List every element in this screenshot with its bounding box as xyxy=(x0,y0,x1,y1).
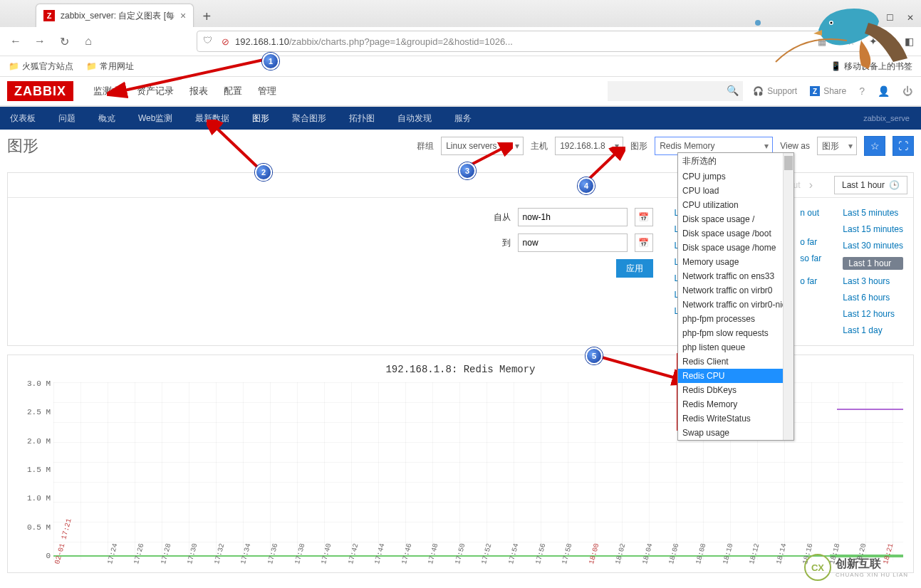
dropdown-option[interactable]: Network traffic on ens33 xyxy=(678,269,793,283)
dropdown-option[interactable]: Redis Client xyxy=(678,355,793,369)
sub-nav-item[interactable]: 自动发现 xyxy=(393,108,436,129)
bookmark-mobile[interactable]: 📱移动设备上的书签 xyxy=(831,61,912,73)
server-label: zabbix_serve xyxy=(863,114,910,122)
time-preset-link[interactable]: Last 3 hours xyxy=(843,276,903,286)
window-maximize-icon[interactable]: ☐ xyxy=(886,13,894,23)
sub-nav-item[interactable]: Web监测 xyxy=(134,108,177,129)
browser-back-button[interactable]: ← xyxy=(7,33,24,50)
to-label: 到 xyxy=(502,237,511,249)
dropdown-option[interactable]: php-fpm slow requests xyxy=(678,326,793,340)
group-label: 群组 xyxy=(417,140,434,152)
time-preset-link[interactable]: Last 30 minutes xyxy=(843,241,903,251)
sub-nav-item[interactable]: 最新数据 xyxy=(191,108,234,129)
share-link[interactable]: ZShare xyxy=(810,86,846,96)
group-select[interactable]: Linux servers xyxy=(441,137,524,155)
dropdown-option[interactable]: Redis Memory xyxy=(678,397,793,411)
url-input[interactable]: 🛡 ⊘ 192.168.1.10/zabbix/charts.php?page=… xyxy=(197,31,862,52)
graph-select-dropdown[interactable]: 非所选的CPU jumpsCPU loadCPU utilizationDisk… xyxy=(677,152,794,441)
graph-label: 图形 xyxy=(630,140,647,152)
sub-nav-item[interactable]: 拓扑图 xyxy=(345,108,379,129)
page-title: 图形 xyxy=(7,135,38,157)
time-preset-link[interactable]: Last 1 day xyxy=(843,325,903,335)
dropdown-option[interactable]: Redis DbKeys xyxy=(678,383,793,397)
dropdown-scrollbar[interactable] xyxy=(783,153,793,440)
time-preset-link[interactable]: Last 15 minutes xyxy=(843,224,903,234)
viewas-label: View as xyxy=(780,141,810,151)
top-nav-item[interactable]: 配置 xyxy=(224,85,242,98)
dropdown-option[interactable]: CPU utilization xyxy=(678,198,793,212)
user-icon[interactable]: 👤 xyxy=(878,85,890,97)
dropdown-option[interactable]: Network traffic on virbr0 xyxy=(678,283,793,298)
dropdown-option[interactable]: Disk space usage /home xyxy=(678,241,793,255)
bookmark-bar: 📁火狐官方站点 📁常用网址 📱移动设备上的书签 xyxy=(0,56,921,77)
clock-icon: 🕒 xyxy=(889,180,900,190)
from-input[interactable] xyxy=(518,208,628,226)
browser-home-button[interactable]: ⌂ xyxy=(80,33,97,50)
viewas-select[interactable]: 图形 xyxy=(817,137,857,155)
dropdown-option[interactable]: Redis CPU xyxy=(678,369,793,383)
window-minimize-icon[interactable]: — xyxy=(865,13,873,23)
apply-button[interactable]: 应用 xyxy=(616,259,653,278)
zabbix-logo[interactable]: ZABBIX xyxy=(7,81,73,101)
time-preset-col4: Last 5 minutesLast 15 minutesLast 30 min… xyxy=(843,208,903,335)
time-preset-link[interactable]: Last 12 hours xyxy=(843,309,903,319)
sub-nav-item[interactable]: 问题 xyxy=(54,108,80,129)
dropdown-option[interactable]: php-fpm processes xyxy=(678,312,793,326)
sub-nav-item[interactable]: 仪表板 xyxy=(6,108,40,129)
dropdown-option[interactable]: 非所选的 xyxy=(678,153,793,169)
dropdown-option[interactable]: Swap usage xyxy=(678,426,793,440)
new-tab-button[interactable]: + xyxy=(194,6,219,27)
fullscreen-button[interactable]: ⛶ xyxy=(893,136,914,156)
support-link[interactable]: 🎧Support xyxy=(753,86,797,96)
browser-reload-button[interactable]: ↻ xyxy=(56,33,73,50)
global-search-input[interactable]: 🔍 xyxy=(608,81,743,101)
time-preset-link[interactable]: Last 6 hours xyxy=(843,293,903,303)
logout-icon[interactable]: ⏻ xyxy=(902,85,912,97)
footer-logo-mark: CX xyxy=(804,554,831,581)
to-input[interactable] xyxy=(518,233,628,252)
dropdown-option[interactable]: Memory usage xyxy=(678,255,793,269)
sub-nav: 仪表板问题概览Web监测最新数据图形聚合图形拓扑图自动发现服务zabbix_se… xyxy=(0,107,921,130)
sub-nav-item[interactable]: 聚合图形 xyxy=(288,108,331,129)
top-nav-item[interactable]: 监测中 xyxy=(93,85,121,98)
dropdown-option[interactable]: Network traffic on virbr0-nic xyxy=(678,298,793,312)
sub-nav-item[interactable]: 图形 xyxy=(248,108,274,129)
tab-close-icon[interactable]: × xyxy=(180,10,186,21)
dropdown-option[interactable]: Disk space usage /boot xyxy=(678,226,793,241)
browser-forward-button[interactable]: → xyxy=(31,33,48,50)
time-preset-link[interactable]: Last 1 hour xyxy=(843,257,903,270)
host-label: 主机 xyxy=(531,140,548,152)
dropdown-option[interactable]: Disk space usage / xyxy=(678,212,793,226)
top-nav-item[interactable]: 管理 xyxy=(258,85,276,98)
bookmark-star-icon[interactable]: ☆ xyxy=(847,36,855,47)
library-icon[interactable]: ⫼ xyxy=(886,36,896,47)
top-nav: 监测中资产记录报表配置管理 xyxy=(93,85,276,98)
top-nav-item[interactable]: 报表 xyxy=(189,85,208,98)
favorite-button[interactable]: ☆ xyxy=(864,136,885,156)
host-select[interactable]: 192.168.1.8 xyxy=(555,137,623,155)
dropdown-option[interactable]: CPU load xyxy=(678,184,793,198)
time-preset-link[interactable]: Last 5 minutes xyxy=(843,208,903,218)
favicon-zabbix: Z xyxy=(43,10,55,21)
help-icon[interactable]: ? xyxy=(859,85,865,97)
address-bar: ← → ↻ ⌂ 🛡 ⊘ 192.168.1.10/zabbix/charts.p… xyxy=(0,27,921,56)
dropdown-option[interactable]: CPU jumps xyxy=(678,169,793,184)
last-interval-pill[interactable]: Last 1 hour🕒 xyxy=(834,176,907,194)
filter-bar: 群组 Linux servers 主机 192.168.1.8 图形 Redis… xyxy=(417,136,914,156)
top-nav-item[interactable]: 资产记录 xyxy=(137,85,174,98)
calendar-icon[interactable]: 📅 xyxy=(635,208,653,226)
sub-nav-item[interactable]: 服务 xyxy=(450,108,476,129)
bookmark-common[interactable]: 📁常用网址 xyxy=(86,61,134,73)
bookmark-firefox[interactable]: 📁火狐官方站点 xyxy=(9,61,73,73)
search-icon: 🔍 xyxy=(727,85,739,96)
browser-tab-strip: Z zabbix_server: 自定义图表 [每 × + — ☐ ✕ xyxy=(0,0,921,27)
zabbix-header: ZABBIX 监测中资产记录报表配置管理 🔍 🎧Support ZShare ?… xyxy=(0,77,921,107)
dropdown-option[interactable]: php listen queue xyxy=(678,340,793,355)
window-close-icon[interactable]: ✕ xyxy=(907,13,914,23)
dropdown-option[interactable]: Redis WriteStatus xyxy=(678,411,793,426)
extensions-icon[interactable]: ✦ xyxy=(869,36,878,47)
calendar-icon[interactable]: 📅 xyxy=(635,233,653,252)
sidebar-icon[interactable]: ◧ xyxy=(905,36,914,47)
insecure-icon: ⊘ xyxy=(222,36,229,47)
browser-tab[interactable]: Z zabbix_server: 自定义图表 [每 × xyxy=(36,4,194,27)
